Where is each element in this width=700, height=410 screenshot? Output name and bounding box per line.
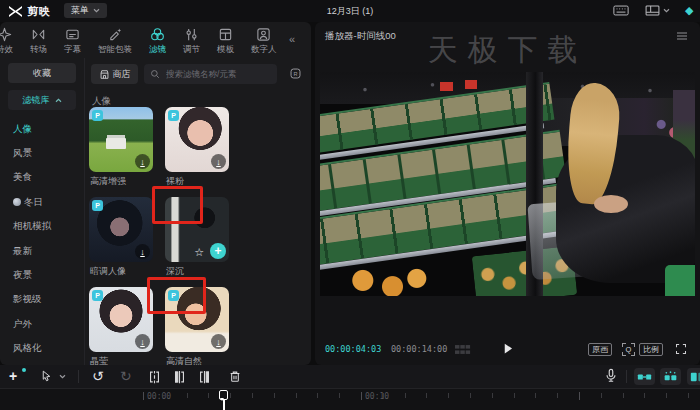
sidebar-item-collection[interactable]: 收藏 xyxy=(8,63,76,83)
total-time: 00:00:14:00 xyxy=(391,344,447,354)
divider xyxy=(626,370,627,383)
effects-shortcut-icon[interactable]: R xyxy=(289,67,302,80)
sidebar-item[interactable]: 冬日 xyxy=(0,190,84,214)
ruler-tick xyxy=(470,393,471,398)
shop-button[interactable]: 商店 xyxy=(91,64,138,84)
adjust-icon xyxy=(184,27,199,42)
filter-item[interactable]: P↓裸粉 xyxy=(165,107,229,172)
sidebar-item[interactable]: 最新 xyxy=(0,239,84,263)
snap-toggle[interactable] xyxy=(634,368,655,385)
ruler-tick xyxy=(492,393,493,398)
tab-templates[interactable]: 模板 xyxy=(210,25,241,56)
captions-icon xyxy=(65,27,80,42)
filter-name: 高清增强 xyxy=(90,175,126,188)
tab-smart-package[interactable]: 智能包装 xyxy=(91,25,139,56)
layout-switch-icon[interactable] xyxy=(645,5,660,16)
record-voiceover-icon[interactable] xyxy=(604,368,618,384)
ruler-tick xyxy=(644,393,645,398)
download-icon[interactable]: ↓ xyxy=(135,244,150,259)
ruler-tick xyxy=(448,393,449,398)
timeline-toolbar: + ↺ ↻ xyxy=(0,365,700,388)
undo-button[interactable]: ↺ xyxy=(92,367,104,385)
tab-filters[interactable]: 滤镜 xyxy=(142,25,173,56)
highlight-annotation-1 xyxy=(152,186,203,224)
keyboard-icon[interactable] xyxy=(613,5,629,16)
filter-grid: P↓高清增强P↓裸粉P↓暗调人像☆+深沉P↓晶莹P↓高清自然 xyxy=(89,107,229,352)
search-input[interactable] xyxy=(164,68,271,80)
trim-right-icon[interactable] xyxy=(197,370,212,384)
sidebar-item[interactable]: 风格化 xyxy=(0,337,84,361)
add-media-dot xyxy=(22,368,26,372)
ruler-tick xyxy=(405,393,406,398)
trim-left-icon[interactable] xyxy=(172,370,187,384)
tab-digital-human[interactable]: 数字人 xyxy=(244,25,284,56)
ruler-tick xyxy=(623,393,624,398)
player-title: 播放器-时间线00 xyxy=(325,30,396,43)
playhead[interactable] xyxy=(219,390,228,400)
filter-thumbnail: P↓ xyxy=(89,197,153,262)
split-clip-icon[interactable] xyxy=(147,370,162,384)
linkage-toggle[interactable] xyxy=(660,368,681,385)
tab-adjust[interactable]: 调节 xyxy=(176,25,207,56)
ruler-tick xyxy=(252,393,253,398)
scene-price-tags xyxy=(440,80,523,100)
ruler-tick xyxy=(557,393,558,398)
sidebar-item[interactable]: 相机模拟 xyxy=(0,215,84,239)
filter-item[interactable]: P↓晶莹 xyxy=(89,287,153,352)
vip-diamond-icon[interactable]: ◆ xyxy=(685,4,693,17)
sidebar-item[interactable]: 夜景 xyxy=(0,263,84,287)
quality-button[interactable]: 原画 xyxy=(588,343,612,356)
filter-thumbnail: P↓ xyxy=(89,287,153,352)
ruler-tick xyxy=(339,393,340,398)
effects-icon xyxy=(0,27,12,42)
cursor-tool-icon[interactable] xyxy=(40,369,53,383)
chevron-down-icon[interactable] xyxy=(59,374,66,379)
ruler-tick xyxy=(165,393,166,398)
sidebar-item[interactable]: 户外 xyxy=(0,312,84,336)
sidebar-item[interactable]: 风景 xyxy=(0,141,84,165)
chevron-up-icon xyxy=(55,98,62,103)
delete-icon[interactable] xyxy=(228,369,242,384)
video-preview[interactable] xyxy=(320,72,695,296)
sidebar-item[interactable]: 美食 xyxy=(0,166,84,190)
ratio-button[interactable]: 比例 xyxy=(639,343,663,356)
vip-badge-icon: P xyxy=(168,110,179,121)
redo-button[interactable]: ↻ xyxy=(120,367,132,385)
filter-item[interactable]: P↓暗调人像 xyxy=(89,197,153,262)
tab-transitions[interactable]: 转场 xyxy=(23,25,54,56)
sidebar-item[interactable]: 人像 xyxy=(0,117,84,141)
vip-badge-icon: P xyxy=(92,290,103,301)
collapse-panel-icon[interactable]: « xyxy=(289,34,295,45)
ruler-time-label: 00:00 xyxy=(147,392,171,401)
scene-shopper-hand xyxy=(594,195,628,213)
timeline-ruler[interactable]: 00:0000:10 xyxy=(0,388,700,410)
download-icon[interactable]: ↓ xyxy=(211,334,226,349)
ruler-tick xyxy=(274,393,275,398)
fullscreen-icon[interactable] xyxy=(675,343,687,355)
ruler-tick xyxy=(187,393,188,398)
transitions-icon xyxy=(31,27,46,42)
ruler-tick xyxy=(230,393,231,398)
add-media-button[interactable]: + xyxy=(9,368,17,384)
preview-axis-toggle[interactable] xyxy=(687,368,700,385)
preview-zoom-button[interactable]: Q xyxy=(622,343,635,356)
download-icon[interactable]: ↓ xyxy=(135,334,150,349)
shop-icon xyxy=(99,69,110,80)
templates-icon xyxy=(218,27,233,42)
add-filter-button[interactable]: + xyxy=(210,243,226,259)
highlight-annotation-2 xyxy=(147,277,206,314)
download-icon[interactable]: ↓ xyxy=(135,154,150,169)
divider xyxy=(78,370,79,383)
player-menu-icon[interactable] xyxy=(676,31,688,41)
tab-effects[interactable]: 特效 xyxy=(0,25,20,56)
ruler-tick xyxy=(579,392,580,400)
sidebar-item[interactable]: 影视级 xyxy=(0,288,84,312)
filter-item[interactable]: P↓高清增强 xyxy=(89,107,153,172)
download-icon[interactable]: ↓ xyxy=(211,154,226,169)
tab-captions[interactable]: 字幕 xyxy=(57,25,88,56)
chevron-down-icon[interactable] xyxy=(663,8,670,13)
play-button[interactable] xyxy=(501,342,514,355)
sidebar-item-filter-library[interactable]: 滤镜库 xyxy=(8,90,76,110)
ruler-tick xyxy=(535,393,536,398)
favorite-icon[interactable]: ☆ xyxy=(194,247,204,258)
